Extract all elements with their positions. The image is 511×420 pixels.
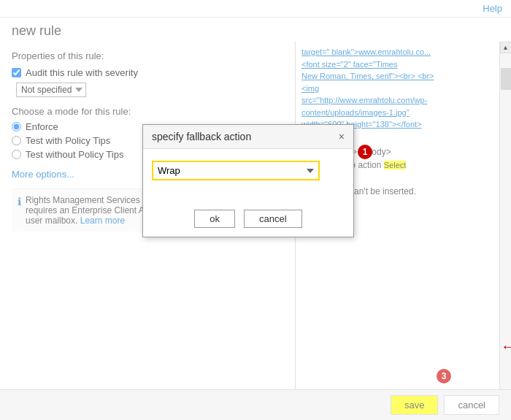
modal-title: specify fallback action — [152, 131, 251, 142]
fallback-action-select[interactable]: Wrap Ignore Reject — [152, 161, 320, 180]
dropdown-row: Wrap Ignore Reject ← — [152, 161, 345, 180]
modal-dialog: specify fallback action × Wrap Ignore Re… — [142, 124, 354, 237]
modal-header: specify fallback action × — [143, 125, 353, 149]
badge-1: 1 — [358, 145, 372, 159]
badge-1-container: 1 — [358, 145, 372, 159]
modal-overlay: specify fallback action × Wrap Ignore Re… — [0, 0, 511, 420]
arrow-to-dropdown: ← — [501, 338, 511, 355]
modal-body: Wrap Ignore Reject ← — [143, 149, 353, 204]
modal-close-button[interactable]: × — [339, 131, 345, 142]
modal-cancel-button[interactable]: cancel — [244, 210, 302, 228]
ok-button[interactable]: ok — [194, 210, 235, 228]
modal-footer: ok cancel — [143, 204, 353, 237]
